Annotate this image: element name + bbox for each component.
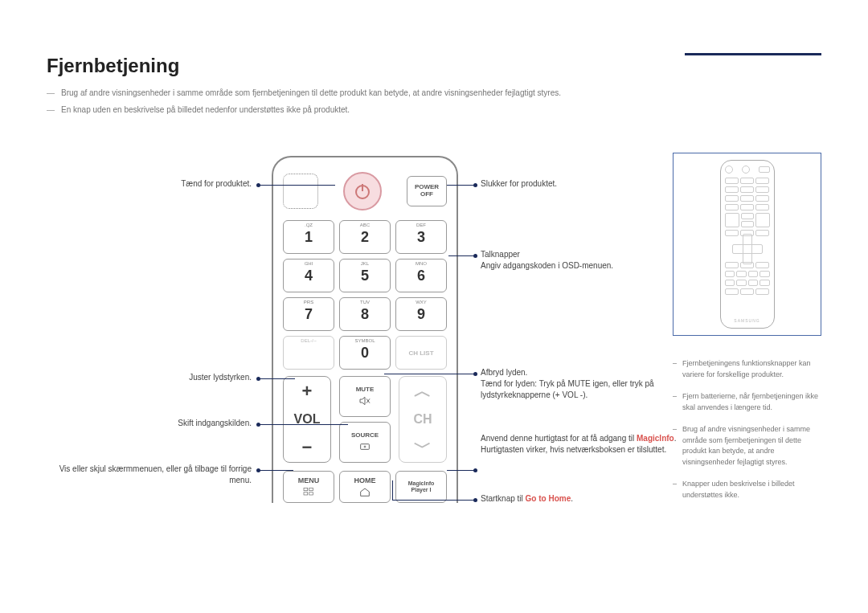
mute-button: MUTE [339,376,391,417]
power-off-button: POWER OFF [407,176,447,206]
vol-up: + [284,377,330,405]
header-notes: Brug af andre visningsenheder i samme om… [47,87,821,116]
key-3: DEF3 [395,220,447,254]
power-icon [353,182,372,201]
side-panel: SAMSUNG Fjernbetjeningens funktionsknapp… [673,153,821,512]
callout-mute-2: Tænd for lyden: Tryk på MUTE igen, eller… [481,378,690,401]
home-button: HOME [339,471,391,503]
svg-rect-8 [309,492,313,495]
vol-down: − [284,434,330,462]
callout-numbers: Talknapper Angiv adgangskoden i OSD-menu… [481,249,690,272]
key-9: WXY9 [395,297,447,331]
mini-remote: SAMSUNG [720,160,775,329]
callout-source: Skift indgangskilden. [47,418,252,429]
menu-icon [302,486,315,497]
channel-rocker: ︿ CH ﹀ [399,376,447,463]
callout-volume: Juster lydstyrken. [47,372,252,383]
mini-brand-label: SAMSUNG [725,318,770,323]
callout-power-off: Slukker for produktet. [481,178,674,190]
svg-rect-6 [309,488,313,490]
key-5: JKL5 [339,259,391,292]
key-4: GHI4 [283,259,334,292]
callout-power-on: Tænd for produktet. [47,178,252,190]
callout-numbers-2: Angiv adgangskoden i OSD-menuen. [481,260,690,272]
header-note: En knap uden en beskrivelse på billedet … [47,104,821,116]
side-notes: Fjernbetjeningens funktionsknapper kan v… [673,358,821,501]
side-note: Brug af andre visningsenheder i samme om… [673,424,821,468]
page-title: Fjernbetjening [47,55,821,77]
callout-menu: Vis eller skjul skærmmenuen, eller gå ti… [47,464,252,486]
key-7: PRS7 [283,297,334,331]
key-8: TUV8 [339,297,391,331]
key-chlist: CH LIST [395,336,447,370]
home-icon [358,486,371,497]
magicinfo-label-bot: Player I [411,487,432,493]
svg-rect-7 [304,492,308,495]
magicinfo-button: MagicInfo Player I [395,471,447,503]
mini-remote-frame: SAMSUNG [673,153,821,336]
remote-diagram: POWER OFF .QZ1 ABC2 DEF3 GHI4 JKL5 MNO6 … [272,156,458,503]
ch-label: CH [399,405,446,433]
side-note: Fjernbetjeningens funktionsknapper kan v… [673,358,821,380]
ch-down: ﹀ [399,434,446,462]
numeric-keypad: .QZ1 ABC2 DEF3 GHI4 JKL5 MNO6 PRS7 TUV8 … [283,220,447,370]
home-label: HOME [354,476,376,484]
key-6: MNO6 [395,259,447,292]
header-note: Brug af andre visningsenheder i samme om… [47,87,821,99]
magicinfo-label-top: MagicInfo [408,480,435,487]
callout-home: Startknap til Go to Home. [481,493,690,505]
volume-rocker: + VOL − [283,376,331,463]
key-del: DEL-/-- [283,336,334,370]
side-note: Knapper uden beskrivelse i billedet unde… [673,479,821,501]
source-icon [358,440,371,453]
key-2: ABC2 [339,220,391,254]
header-rule [685,53,821,55]
vol-label: VOL [284,405,330,433]
key-1: .QZ1 [283,220,334,254]
callout-magicinfo: Anvend denne hurtigtast for at få adgang… [481,433,690,456]
mute-label: MUTE [356,386,375,393]
callout-mute: Afbryd lyden. Tænd for lyden: Tryk på MU… [481,367,690,401]
menu-button: MENU [283,471,334,503]
callout-mute-1: Afbryd lyden. [481,367,690,378]
power-on-button [343,172,382,210]
source-button: SOURCE [339,422,391,463]
menu-label: MENU [298,476,320,484]
ch-up: ︿ [399,377,446,405]
side-note: Fjern batterierne, når fjernbetjeningen … [673,391,821,413]
key-0: SYMBOL0 [339,336,391,370]
power-off-label-bot: OFF [420,191,433,198]
svg-rect-5 [304,488,308,490]
source-label: SOURCE [351,431,379,439]
unknown-button-placeholder [283,174,318,209]
mute-icon [358,394,371,407]
callout-numbers-1: Talknapper [481,249,690,260]
callout-magicinfo-2: Hurtigtasten virker, hvis netværksboksen… [481,444,690,456]
